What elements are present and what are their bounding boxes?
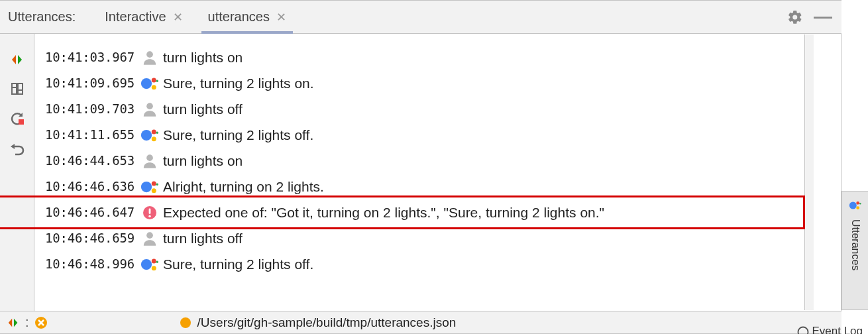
log-text: Sure, turning 2 lights off. bbox=[163, 257, 313, 271]
svg-point-9 bbox=[156, 80, 159, 82]
warning-circle-icon[interactable] bbox=[34, 316, 48, 329]
timestamp: 10:41:11.655 bbox=[37, 129, 136, 141]
svg-point-17 bbox=[152, 181, 156, 186]
log-text: Alright, turning on 2 lights. bbox=[163, 180, 324, 194]
log-text: Expected one of: "Got it, turning on 2 l… bbox=[163, 205, 604, 219]
log-text: Sure, turning 2 lights off. bbox=[163, 128, 313, 142]
tab-bar: Utterances: Interactive ✕ utterances ✕ — bbox=[0, 1, 841, 34]
timestamp: 10:41:03.967 bbox=[37, 51, 136, 64]
log-row[interactable]: 10:41:09.703turn lights off bbox=[37, 96, 834, 122]
log-text: Sure, turning 2 lights on. bbox=[163, 76, 314, 90]
status-bar: : /Users/git/gh-sample/build/tmp/utteran… bbox=[0, 311, 841, 333]
log-row[interactable]: 10:46:46.659turn lights off bbox=[37, 225, 834, 251]
svg-point-31 bbox=[849, 202, 856, 209]
status-path: /Users/git/gh-sample/build/tmp/utterance… bbox=[197, 315, 457, 330]
timestamp: 10:46:44.653 bbox=[37, 154, 136, 167]
log-row[interactable]: 10:46:48.996Sure, turning 2 lights off. bbox=[37, 251, 834, 277]
utterances-side-tab[interactable]: Utterances bbox=[841, 191, 868, 310]
close-icon[interactable]: ✕ bbox=[276, 11, 286, 23]
svg-rect-21 bbox=[149, 208, 151, 214]
timestamp: 10:46:48.996 bbox=[37, 258, 136, 270]
side-tab-label: Utterances bbox=[849, 219, 861, 270]
utterances-panel: Utterances: Interactive ✕ utterances ✕ — bbox=[0, 0, 841, 334]
svg-point-12 bbox=[152, 129, 156, 134]
user-icon bbox=[136, 101, 163, 118]
svg-point-6 bbox=[141, 78, 152, 88]
svg-point-35 bbox=[798, 327, 808, 334]
log-row[interactable]: 10:46:44.653turn lights on bbox=[37, 148, 834, 174]
timestamp: 10:46:46.636 bbox=[37, 180, 136, 193]
svg-point-34 bbox=[859, 203, 861, 204]
log-text: turn lights off bbox=[163, 102, 243, 116]
svg-point-18 bbox=[152, 188, 156, 193]
svg-point-10 bbox=[146, 103, 153, 109]
user-icon bbox=[136, 230, 163, 247]
log-row[interactable]: 10:46:46.636Alright, turning on 2 lights… bbox=[37, 174, 834, 199]
svg-rect-1 bbox=[18, 84, 23, 94]
timestamp: 10:41:09.703 bbox=[37, 103, 136, 115]
svg-point-11 bbox=[141, 129, 152, 140]
timestamp: 10:41:09.695 bbox=[37, 77, 136, 89]
log-area[interactable]: 10:41:03.967turn lights on10:41:09.695Su… bbox=[34, 34, 841, 311]
panel-body: 10:41:03.967turn lights on10:41:09.695Su… bbox=[0, 34, 841, 311]
svg-point-33 bbox=[856, 206, 859, 209]
event-log-link[interactable]: Event Log bbox=[797, 325, 863, 334]
log-row[interactable]: 10:41:03.967turn lights on bbox=[37, 44, 834, 70]
svg-point-19 bbox=[156, 183, 159, 186]
assistant-icon bbox=[136, 177, 163, 197]
timestamp: 10:46:46.659 bbox=[37, 232, 136, 245]
log-text: turn lights off bbox=[163, 231, 243, 245]
assistant-icon bbox=[848, 198, 863, 213]
svg-point-14 bbox=[156, 131, 159, 134]
svg-point-22 bbox=[148, 215, 150, 217]
tool-gutter bbox=[0, 34, 34, 311]
tab-utterances-label: utterances bbox=[208, 9, 270, 25]
run-toggle-icon[interactable] bbox=[7, 316, 20, 329]
svg-point-27 bbox=[156, 260, 159, 263]
svg-point-26 bbox=[152, 266, 156, 270]
user-icon bbox=[136, 49, 163, 66]
rerun-icon[interactable] bbox=[9, 111, 25, 127]
svg-point-23 bbox=[146, 232, 153, 239]
svg-point-8 bbox=[152, 85, 156, 89]
run-toggle-icon[interactable] bbox=[10, 52, 25, 67]
separator: : bbox=[25, 315, 29, 330]
svg-point-5 bbox=[146, 51, 153, 58]
minimize-icon[interactable]: — bbox=[814, 11, 832, 23]
svg-point-13 bbox=[152, 137, 156, 141]
timestamp: 10:46:46.647 bbox=[37, 206, 136, 219]
svg-rect-4 bbox=[19, 119, 24, 125]
assistant-icon bbox=[136, 125, 163, 145]
event-log-label: Event Log bbox=[812, 325, 863, 334]
svg-rect-0 bbox=[12, 84, 17, 94]
log-text: turn lights on bbox=[163, 50, 243, 64]
undo-icon[interactable] bbox=[9, 141, 25, 157]
log-row[interactable]: 10:41:11.655Sure, turning 2 lights off. bbox=[37, 122, 834, 148]
log-row[interactable]: 10:46:46.647Expected one of: "Got it, tu… bbox=[37, 199, 834, 225]
svg-point-15 bbox=[146, 154, 153, 161]
tab-utterances[interactable]: utterances ✕ bbox=[201, 1, 293, 33]
svg-point-32 bbox=[856, 201, 859, 205]
tab-interactive[interactable]: Interactive ✕ bbox=[98, 1, 189, 33]
svg-point-7 bbox=[152, 78, 156, 82]
panel-title: Utterances: bbox=[8, 9, 76, 25]
user-icon bbox=[136, 152, 163, 170]
status-dot-icon bbox=[180, 317, 191, 328]
error-icon bbox=[136, 205, 163, 221]
log-text: turn lights on bbox=[163, 154, 243, 168]
svg-point-16 bbox=[141, 181, 152, 192]
assistant-icon bbox=[136, 74, 163, 93]
tab-interactive-label: Interactive bbox=[105, 9, 166, 25]
svg-point-25 bbox=[152, 258, 156, 263]
assistant-icon bbox=[136, 254, 163, 274]
vertical-scrollbar[interactable] bbox=[804, 34, 814, 310]
gear-icon[interactable] bbox=[787, 9, 803, 25]
layout-icon[interactable] bbox=[10, 82, 25, 96]
close-icon[interactable]: ✕ bbox=[173, 11, 183, 23]
svg-point-24 bbox=[141, 258, 152, 269]
log-row[interactable]: 10:41:09.695Sure, turning 2 lights on. bbox=[37, 70, 834, 96]
